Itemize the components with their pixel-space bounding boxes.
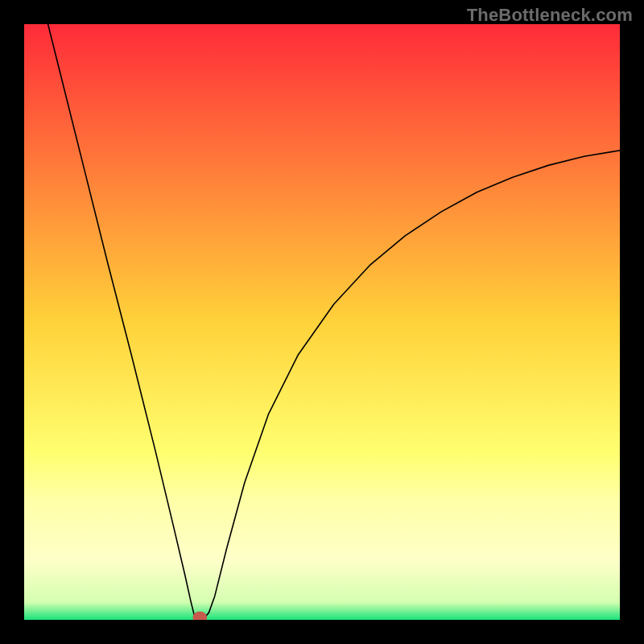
chart-frame: TheBottleneck.com bbox=[0, 0, 644, 644]
plot-area bbox=[24, 24, 620, 620]
chart-svg bbox=[24, 24, 620, 620]
watermark-text: TheBottleneck.com bbox=[467, 5, 633, 26]
